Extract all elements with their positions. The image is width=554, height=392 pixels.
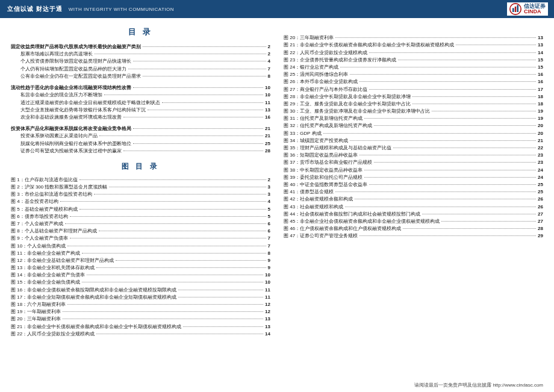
toc-entry: 图 9：个人金融资产负债率7	[11, 235, 270, 241]
toc-leader	[162, 102, 263, 103]
toc-label: 投资体系产品化和融资体系脱媒化将改变金融业竞争格局	[11, 125, 131, 132]
toc-entry: 图 38：中长期固定收益类品种收益率24	[284, 167, 543, 173]
toc-label: 图 25：温州民间拆借综合利率	[284, 71, 348, 78]
toc-label: 图 44：社会债权融资余额按部门构成和社会融资规模按部门构成	[284, 211, 420, 217]
toc-label: 股票市场难以再现过去的高速增长	[11, 51, 93, 57]
toc-leader	[364, 177, 536, 178]
toc-page: 20	[538, 123, 543, 128]
toc-page: 6	[268, 221, 270, 226]
toc-entry: 图 11：非金融企业金融资产构成8	[11, 250, 270, 257]
toc-label: 图 42：社会融资规模余额和构成	[284, 196, 353, 202]
contents-title: 目 录	[11, 26, 270, 37]
toc-entry: 私营非金融企业的现金流压力不断增加10	[11, 92, 270, 98]
toc-label: 图 5：基础金融资产规模和构成	[11, 206, 78, 213]
toc-page: 18	[538, 94, 543, 99]
toc-leader	[350, 140, 536, 141]
toc-entry: 图 31：信托资产及新增信托资产构成19	[284, 115, 543, 122]
toc-page: 2	[268, 177, 270, 182]
toc-label: 图 41：债券型基金规模	[284, 188, 334, 195]
toc-entry: 图 43：社会融资规模和构成26	[284, 204, 543, 210]
toc-page: 3	[268, 184, 270, 190]
toc-label: 图 11：非金融企业金融资产构成	[11, 250, 80, 257]
toc-leader	[178, 297, 263, 297]
toc-leader	[99, 135, 263, 136]
toc-entry: 农业和非基础设施服务业融资环境或将出现改善16	[11, 114, 270, 120]
toc-page: 16	[265, 114, 270, 120]
toc-page: 21	[538, 138, 543, 143]
toc-entry: 图 20：三年期融资利率13	[11, 316, 270, 322]
toc-page: 12	[265, 302, 270, 307]
toc-entry: 图 6：债券市场投资者结构5	[11, 213, 270, 220]
figure-list-left: 图 1：住户存款与流通市值比值2图 2：沪深 300 指数和股票型基金月度涨跌幅…	[11, 176, 270, 337]
toc-leader	[96, 334, 263, 334]
toc-page: 8	[268, 250, 270, 256]
toc-label: 个人仍有持续增加配置固定收益类品种的巨大潜力	[11, 66, 126, 72]
toc-leader	[123, 151, 263, 151]
toc-page: 23	[538, 160, 543, 165]
toc-leader	[148, 110, 263, 110]
toc-label: 图 36：短期固定收益类品种收益率	[284, 152, 358, 158]
toc-entry: 图 29：工业、服务业贷款及在非金融企业中长期贷款中占比18	[284, 101, 543, 107]
toc-entry: 图 26：本外币非金融企业贷款构成16	[284, 78, 543, 85]
toc-page: 10	[265, 272, 270, 278]
toc-label: 图 28：非金融企业中长期贷款及非金融企业中长期贷款净增	[284, 93, 411, 100]
toc-label: 图 9：个人金融资产负债率	[11, 235, 68, 241]
toc-entry: 图 30：工业、服务业贷款净增及在非金融企业中长期贷款净增中占比19	[284, 108, 543, 114]
toc-label: 通过正规渠道融资的非金融企业目前融资规模或处于略微过剩状态	[11, 99, 160, 106]
toc-leader	[359, 155, 536, 155]
toc-label: 农业和非基础设施服务业融资环境或将出现改善	[11, 114, 122, 120]
toc-page: 9	[268, 258, 270, 263]
toc-leader	[359, 81, 536, 82]
toc-entry: 图 35：理财产品规模和构成及与基础金融资产比值22	[284, 145, 543, 151]
toc-label: 证券公司有望成为投融资体系演变过程中的赢家	[11, 148, 122, 154]
toc-label: 图 35：理财产品规模和构成及与基础金融资产比值	[284, 145, 391, 151]
toc-leader	[87, 275, 263, 275]
toc-leader	[412, 104, 536, 104]
toc-label: 图 43：社会融资规模和构成	[284, 204, 343, 210]
toc-leader	[143, 46, 266, 47]
toc-page: 25	[265, 141, 270, 146]
toc-leader	[178, 290, 263, 290]
svg-rect-1	[512, 8, 514, 12]
toc-entry: 图 2：沪深 300 指数和股票型基金月度涨跌幅3	[11, 184, 270, 190]
toc-page: 26	[538, 204, 543, 210]
toc-label: 图 46：住户债权融资余额构成和住户债权融资规模构成	[284, 225, 401, 232]
toc-page: 25	[538, 182, 543, 187]
toc-leader	[403, 228, 536, 229]
figure-list-right: 图 20：三年期融资利率13图 21：非金融企业中长债权融资余额构成和非金融企业…	[284, 34, 543, 239]
toc-leader	[364, 118, 536, 119]
toc-leader	[398, 60, 536, 60]
toc-entry: 图 44：社会债权融资余额按部门构成和社会融资规模按部门构成27	[284, 211, 543, 217]
toc-leader	[335, 191, 536, 192]
toc-entry: 图 42：社会融资规模余额和构成26	[284, 196, 543, 202]
toc-page: 10	[265, 85, 270, 90]
toc-leader	[70, 238, 266, 238]
toc-entry: 图 25：温州民间拆借综合利率16	[284, 71, 543, 78]
toc-entry: 图 7：个人金融资产构成6	[11, 220, 270, 227]
toc-page: 21	[265, 126, 270, 131]
toc-page: 24	[538, 175, 543, 180]
toc-leader	[323, 133, 537, 134]
toc-leader	[364, 170, 536, 170]
toc-leader	[340, 67, 536, 67]
toc-entry: 图 5：基础金融资产规模和构成5	[11, 206, 270, 213]
toc-entry: 公有非金融企业仍存在一定配置固定收益类理财产品需求8	[11, 73, 270, 79]
toc-entry: 图 21：非金融企业中长债权融资余额构成和非金融企业中长期债权融资规模构成13	[284, 42, 543, 48]
toc-list: 固定收益类理财产品将取代股票成为增长最快的金融资产类别2股票市场难以再现过去的高…	[11, 43, 270, 154]
toc-entry: 图 22：人民币企业贷款按企业规模构成14	[284, 49, 543, 56]
toc-page: 21	[265, 133, 270, 138]
toc-label: 图 19：一年期融资利率	[11, 308, 61, 315]
toc-page: 24	[538, 167, 543, 173]
toc-label: 图 20：三年期融资利率	[11, 316, 61, 322]
toc-entry: 图 10：个人金融负债构成7	[11, 243, 270, 249]
toc-page: 6	[268, 228, 270, 234]
toc-leader	[63, 319, 263, 319]
left-column: 目 录 固定收益类理财产品将取代股票成为增长最快的金融资产类别2股票市场难以再现…	[11, 24, 270, 338]
motto-cn: 立信以诚 财达于通	[7, 5, 63, 13]
toc-label: 固定收益类理财产品将取代股票成为增长最快的金融资产类别	[11, 43, 141, 50]
toc-leader	[109, 187, 266, 187]
toc-label: 图 32：信托资产构成及新增信托资产构成	[284, 122, 372, 129]
toc-entry: 图 3：市价总值和流通市值投资者结构3	[11, 191, 270, 198]
toc-label: 图 14：非金融企业金融资产负债率	[11, 272, 85, 278]
toc-page: 19	[538, 116, 543, 121]
